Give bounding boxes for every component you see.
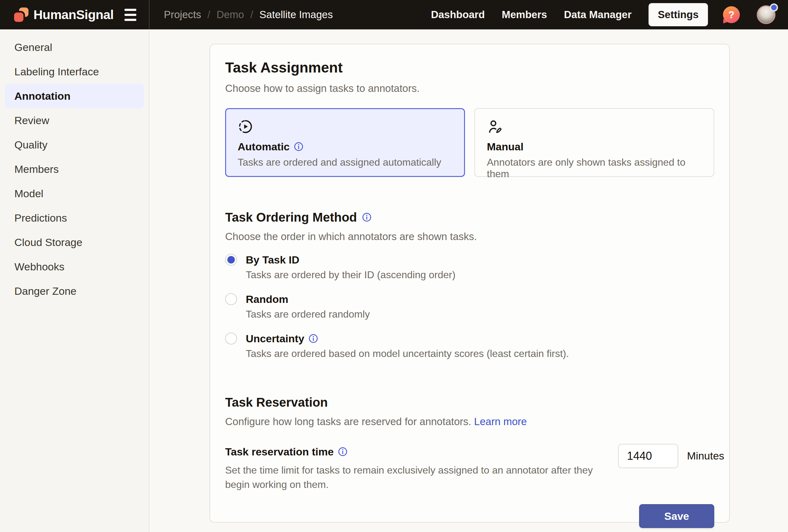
logo-square-coral: [14, 13, 23, 22]
top-bar: HumanSignal Projects / Demo / Satellite …: [0, 0, 788, 29]
settings-sidebar: General Labeling Interface Annotation Re…: [0, 29, 150, 532]
breadcrumb-current-page: Satellite Images: [259, 9, 333, 21]
sidebar-item-predictions[interactable]: Predictions: [0, 206, 149, 230]
assignment-options: Automatic Tasks are ordered and assigned…: [225, 108, 714, 177]
help-question-mark: ?: [728, 9, 734, 21]
reservation-time-input[interactable]: [618, 444, 678, 468]
user-avatar[interactable]: [757, 5, 775, 24]
minutes-unit-label: Minutes: [687, 450, 724, 462]
notification-dot: [770, 3, 778, 12]
nav-dashboard[interactable]: Dashboard: [431, 9, 485, 21]
task-reservation-field-row: Task reservation time Set the time limit…: [225, 446, 714, 492]
sidebar-item-general[interactable]: General: [0, 35, 149, 59]
sidebar-item-cloud-storage[interactable]: Cloud Storage: [0, 230, 149, 254]
nav-data-manager[interactable]: Data Manager: [564, 9, 631, 21]
option-card-manual[interactable]: Manual Annotators are only shown tasks a…: [474, 108, 714, 177]
breadcrumb-projects[interactable]: Projects: [164, 9, 201, 21]
humansignal-logo-icon: [14, 7, 29, 22]
sidebar-item-review[interactable]: Review: [0, 108, 149, 132]
user-pen-icon: [487, 119, 503, 135]
option-automatic-description: Tasks are ordered and assigned automatic…: [238, 157, 452, 168]
task-reservation-input-group: Minutes: [618, 444, 724, 468]
info-icon[interactable]: [362, 212, 372, 222]
info-icon[interactable]: [338, 447, 348, 456]
radio-by-task-id-label[interactable]: By Task ID: [246, 254, 299, 266]
task-reservation-title: Task Reservation: [225, 394, 714, 410]
sidebar-item-webhooks[interactable]: Webhooks: [0, 254, 149, 279]
option-manual-label: Manual: [487, 141, 524, 153]
ordering-option-random: Random Tasks are ordered randomly: [225, 293, 714, 320]
annotation-settings-card: Task Assignment Choose how to assign tas…: [210, 44, 730, 523]
top-bar-left: HumanSignal: [0, 0, 150, 29]
sidebar-item-members[interactable]: Members: [0, 157, 149, 181]
radio-uncertainty-label[interactable]: Uncertainty: [246, 332, 318, 345]
radio-random-description: Tasks are ordered randomly: [246, 308, 714, 320]
option-automatic-label: Automatic: [238, 141, 290, 153]
task-reservation-time-label-text: Task reservation time: [225, 446, 334, 458]
task-reservation-time-label: Task reservation time: [225, 446, 604, 458]
task-reservation-subtitle: Configure how long tasks are reserved fo…: [225, 416, 714, 428]
task-assignment-subtitle: Choose how to assign tasks to annotators…: [225, 83, 714, 95]
task-reservation-time-description: Set the time limit for tasks to remain e…: [225, 463, 594, 492]
task-ordering-title: Task Ordering Method: [225, 209, 714, 225]
info-icon[interactable]: [309, 334, 318, 343]
ordering-radio-group: By Task ID Tasks are ordered by their ID…: [225, 254, 714, 360]
ordering-option-uncertainty: Uncertainty Tasks are ordered based on m…: [225, 332, 714, 360]
sidebar-item-model[interactable]: Model: [0, 181, 149, 206]
logo-text: HumanSignal: [34, 7, 114, 22]
learn-more-link[interactable]: Learn more: [474, 416, 527, 427]
hamburger-menu-icon[interactable]: [124, 7, 137, 23]
save-row: Save: [225, 504, 714, 528]
option-manual-description: Annotators are only shown tasks assigned…: [487, 157, 702, 180]
sidebar-item-annotation[interactable]: Annotation: [5, 84, 144, 108]
ordering-option-by-task-id: By Task ID Tasks are ordered by their ID…: [225, 254, 714, 281]
radio-random[interactable]: [225, 293, 237, 305]
main-content: Task Assignment Choose how to assign tas…: [150, 29, 788, 532]
radio-random-label[interactable]: Random: [246, 293, 288, 305]
breadcrumb-separator: /: [250, 9, 253, 21]
humansignal-logo[interactable]: HumanSignal: [14, 7, 114, 22]
option-card-automatic[interactable]: Automatic Tasks are ordered and assigned…: [225, 108, 465, 177]
task-ordering-title-text: Task Ordering Method: [225, 209, 357, 225]
radio-uncertainty-description: Tasks are ordered based on model uncerta…: [246, 348, 714, 360]
breadcrumb-separator: /: [207, 9, 210, 21]
nav-settings-active[interactable]: Settings: [649, 3, 708, 26]
task-reservation-field-info: Task reservation time Set the time limit…: [225, 446, 604, 492]
radio-by-task-id[interactable]: [225, 254, 237, 266]
radio-by-task-id-description: Tasks are ordered by their ID (ascending…: [246, 269, 714, 281]
radio-uncertainty[interactable]: [225, 332, 237, 345]
auto-play-icon: [238, 119, 253, 135]
breadcrumb-project-name[interactable]: Demo: [216, 9, 244, 21]
task-reservation-title-text: Task Reservation: [225, 394, 328, 410]
task-ordering-subtitle: Choose the order in which annotators are…: [225, 231, 714, 243]
sidebar-item-danger-zone[interactable]: Danger Zone: [0, 279, 149, 303]
breadcrumb: Projects / Demo / Satellite Images: [150, 0, 431, 29]
task-assignment-title: Task Assignment: [225, 59, 714, 77]
nav-members[interactable]: Members: [502, 9, 547, 21]
save-button[interactable]: Save: [639, 504, 714, 528]
task-reservation-subtitle-text: Configure how long tasks are reserved fo…: [225, 416, 471, 427]
radio-uncertainty-label-text: Uncertainty: [246, 332, 304, 345]
sidebar-item-labeling-interface[interactable]: Labeling Interface: [0, 59, 149, 84]
help-question-bubble-icon[interactable]: ?: [723, 6, 740, 23]
info-icon[interactable]: [294, 142, 303, 151]
sidebar-item-quality[interactable]: Quality: [0, 132, 149, 157]
top-bar-nav: Dashboard Members Data Manager Settings …: [431, 0, 788, 29]
